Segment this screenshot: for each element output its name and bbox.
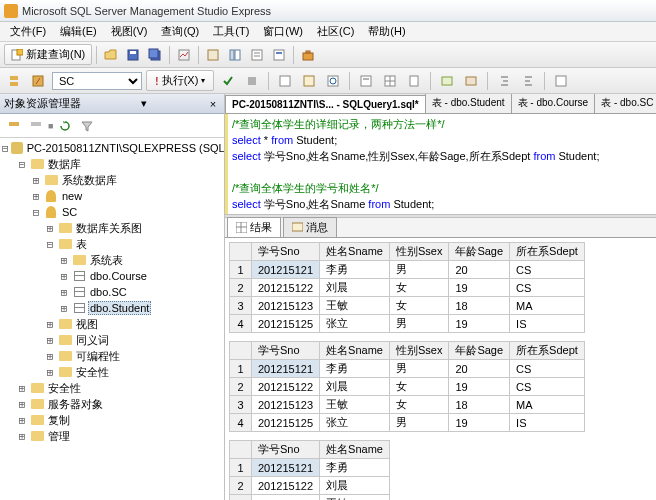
cell[interactable]: 19 xyxy=(449,315,510,333)
table-row[interactable]: 2201215122刘晨 xyxy=(230,477,390,495)
tree-serverobjects[interactable]: ⊞服务器对象 xyxy=(2,396,222,412)
cell[interactable]: 李勇 xyxy=(320,459,390,477)
cell[interactable]: 王敏 xyxy=(320,495,390,501)
cell[interactable]: MA xyxy=(510,297,585,315)
cell[interactable]: 李勇 xyxy=(320,360,390,378)
saveall-button[interactable] xyxy=(145,45,165,65)
results-grid-button[interactable] xyxy=(380,71,400,91)
menu-view[interactable]: 视图(V) xyxy=(105,22,154,41)
menu-query[interactable]: 查询(Q) xyxy=(155,22,205,41)
tab-course[interactable]: 表 - dbo.Course xyxy=(511,94,596,113)
tree-db-sc[interactable]: ⊟SC xyxy=(2,204,222,220)
cell[interactable]: 刘晨 xyxy=(320,279,390,297)
tree-db-new[interactable]: ⊞new xyxy=(2,188,222,204)
table-row[interactable]: 2201215122刘晨女19CS xyxy=(230,378,585,396)
table-row[interactable]: 3201215123王敏 xyxy=(230,495,390,501)
tree-databases[interactable]: ⊟数据库 xyxy=(2,156,222,172)
table-row[interactable]: 1201215121李勇男20CS xyxy=(230,360,585,378)
tree-security[interactable]: ⊞安全性 xyxy=(2,380,222,396)
indent-button[interactable] xyxy=(494,71,514,91)
tree-replication[interactable]: ⊞复制 xyxy=(2,412,222,428)
properties-button[interactable] xyxy=(269,45,289,65)
tree-programmability[interactable]: ⊞可编程性 xyxy=(2,348,222,364)
specify-values-button[interactable] xyxy=(551,71,571,91)
tab-query[interactable]: PC-20150811ZNTI\S... - SQLQuery1.sql* xyxy=(225,95,426,113)
tree-table-course[interactable]: ⊞dbo.Course xyxy=(2,268,222,284)
column-header[interactable]: 所在系Sdept xyxy=(510,243,585,261)
results-text-button[interactable] xyxy=(356,71,376,91)
tab-student[interactable]: 表 - dbo.Student xyxy=(425,94,512,113)
results-file-button[interactable] xyxy=(404,71,424,91)
database-combo[interactable]: SC xyxy=(52,72,142,90)
include-plan-button[interactable] xyxy=(299,71,319,91)
menu-community[interactable]: 社区(C) xyxy=(311,22,360,41)
cell[interactable]: 201215121 xyxy=(252,459,320,477)
tree-systables[interactable]: ⊞系统表 xyxy=(2,252,222,268)
tab-sc[interactable]: 表 - dbo.SC xyxy=(594,94,656,113)
cell[interactable]: 18 xyxy=(449,297,510,315)
disconnect-icon[interactable] xyxy=(26,116,46,136)
open-button[interactable] xyxy=(101,45,121,65)
result-grid[interactable]: 学号Sno姓名Sname1201215121李勇2201215122刘晨3201… xyxy=(229,440,390,500)
column-header[interactable]: 学号Sno xyxy=(252,342,320,360)
new-query-button[interactable]: 新建查询(N) xyxy=(4,44,92,65)
cell[interactable]: 刘晨 xyxy=(320,477,390,495)
cell[interactable]: 20 xyxy=(449,261,510,279)
column-header[interactable]: 年龄Sage xyxy=(449,342,510,360)
tree-security-db[interactable]: ⊞安全性 xyxy=(2,364,222,380)
cancel-button[interactable] xyxy=(242,71,262,91)
comment-button[interactable] xyxy=(437,71,457,91)
table-row[interactable]: 1201215121李勇男20CS xyxy=(230,261,585,279)
object-explorer-button[interactable] xyxy=(225,45,245,65)
tree-diagrams[interactable]: ⊞数据库关系图 xyxy=(2,220,222,236)
column-header[interactable]: 性别Ssex xyxy=(389,342,448,360)
menu-window[interactable]: 窗口(W) xyxy=(257,22,309,41)
table-row[interactable]: 3201215123王敏女18MA xyxy=(230,396,585,414)
cell[interactable]: 张立 xyxy=(320,315,390,333)
close-icon[interactable]: × xyxy=(206,98,220,110)
column-header[interactable]: 所在系Sdept xyxy=(510,342,585,360)
cell[interactable]: 201215122 xyxy=(252,279,320,297)
cell[interactable]: 李勇 xyxy=(320,261,390,279)
cell[interactable]: 男 xyxy=(389,315,448,333)
tree-server[interactable]: ⊟PC-20150811ZNTI\SQLEXPRESS (SQL Ser xyxy=(2,140,222,156)
cell[interactable]: 201215122 xyxy=(252,378,320,396)
column-header[interactable]: 性别Ssex xyxy=(389,243,448,261)
cell[interactable]: 19 xyxy=(449,378,510,396)
table-row[interactable]: 4201215125张立男19IS xyxy=(230,414,585,432)
object-tree[interactable]: ⊟PC-20150811ZNTI\SQLEXPRESS (SQL Ser ⊟数据… xyxy=(0,138,224,500)
toolbox-button[interactable] xyxy=(298,45,318,65)
summary-button[interactable] xyxy=(247,45,267,65)
cell[interactable]: CS xyxy=(510,378,585,396)
cell[interactable]: 201215123 xyxy=(252,495,320,501)
save-button[interactable] xyxy=(123,45,143,65)
cell[interactable]: 19 xyxy=(449,279,510,297)
change-connection-button[interactable] xyxy=(28,71,48,91)
cell[interactable]: 201215125 xyxy=(252,414,320,432)
cell[interactable]: CS xyxy=(510,279,585,297)
column-header[interactable]: 年龄Sage xyxy=(449,243,510,261)
cell[interactable]: 201215123 xyxy=(252,396,320,414)
filter-icon[interactable] xyxy=(77,116,97,136)
cell[interactable]: 男 xyxy=(389,414,448,432)
table-row[interactable]: 2201215122刘晨女19CS xyxy=(230,279,585,297)
cell[interactable]: 女 xyxy=(389,396,448,414)
column-header[interactable]: 学号Sno xyxy=(252,243,320,261)
parse-button[interactable] xyxy=(218,71,238,91)
cell[interactable]: 王敏 xyxy=(320,297,390,315)
tree-table-sc[interactable]: ⊞dbo.SC xyxy=(2,284,222,300)
refresh-icon[interactable] xyxy=(55,116,75,136)
cell[interactable]: CS xyxy=(510,261,585,279)
cell[interactable]: 201215123 xyxy=(252,297,320,315)
cell[interactable]: 女 xyxy=(389,297,448,315)
outdent-button[interactable] xyxy=(518,71,538,91)
results-pane[interactable]: 学号Sno姓名Sname性别Ssex年龄Sage所在系Sdept12012151… xyxy=(225,238,656,500)
activity-button[interactable] xyxy=(174,45,194,65)
cell[interactable]: MA xyxy=(510,396,585,414)
cell[interactable]: 女 xyxy=(389,279,448,297)
menu-tools[interactable]: 工具(T) xyxy=(207,22,255,41)
menu-edit[interactable]: 编辑(E) xyxy=(54,22,103,41)
cell[interactable]: 18 xyxy=(449,396,510,414)
tree-synonyms[interactable]: ⊞同义词 xyxy=(2,332,222,348)
result-grid[interactable]: 学号Sno姓名Sname性别Ssex年龄Sage所在系Sdept12012151… xyxy=(229,242,585,333)
